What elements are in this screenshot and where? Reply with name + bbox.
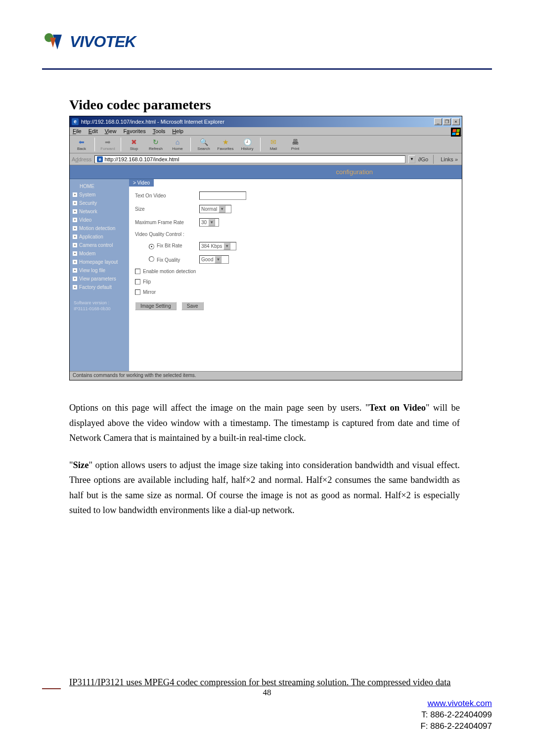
menu-favorites[interactable]: Favorites: [123, 128, 145, 134]
checkbox-icon: [135, 269, 140, 274]
sidebar-home[interactable]: HOME: [72, 182, 127, 190]
text-on-video-label: Text On Video: [135, 193, 199, 198]
flip-check[interactable]: Flip: [135, 279, 456, 284]
titlebar: e http://192.168.0.107/index.html - Micr…: [70, 116, 462, 127]
max-frame-label: Maximum Frame Rate: [135, 220, 199, 225]
print-button[interactable]: 🖶Print: [285, 137, 305, 152]
addressbar: Address e http://192.168.0.107/index.htm…: [70, 153, 462, 165]
fix-bitrate-select[interactable]: 384 Kbps▼: [199, 242, 236, 250]
minimize-button[interactable]: _: [434, 118, 442, 125]
favorites-button[interactable]: ★Favorites: [216, 137, 235, 152]
chevron-down-icon: ▼: [223, 242, 230, 250]
expand-icon: +: [73, 251, 77, 256]
radio-icon: [149, 256, 154, 262]
checkbox-icon: [135, 279, 140, 284]
links-button[interactable]: Links »: [439, 156, 460, 162]
fix-bitrate-option[interactable]: Fix Bit Rate: [135, 243, 199, 249]
refresh-button[interactable]: ↻Refresh: [146, 137, 166, 152]
back-button[interactable]: ⬅Back: [72, 137, 91, 152]
expand-icon: +: [73, 277, 77, 281]
sidebar-item-motion[interactable]: +Motion detection: [72, 224, 127, 233]
menubar: File Edit View Favorites Tools Help: [70, 127, 462, 136]
image-setting-button[interactable]: Image Setting: [135, 302, 177, 310]
history-button[interactable]: 🕘History: [237, 137, 257, 152]
toolbar: ⬅Back ➡Forward ✖Stop ↻Refresh ⌂Home 🔍Sea…: [70, 136, 462, 153]
footer-continuation: IP3111/IP3121 uses MPEG4 codec compressi…: [69, 677, 492, 688]
config-main: > Video Text On Video Size Normal▼ Maxim…: [129, 179, 462, 371]
search-button[interactable]: 🔍Search: [194, 137, 214, 152]
expand-icon: +: [73, 235, 77, 239]
address-dropdown-icon[interactable]: ▼: [408, 155, 415, 163]
sidebar-item-security[interactable]: +Security: [72, 199, 127, 207]
menu-view[interactable]: View: [105, 128, 117, 134]
maximize-button[interactable]: ❐: [443, 118, 451, 125]
expand-icon: +: [73, 268, 77, 273]
radio-icon: [149, 244, 154, 249]
sidebar-item-modem[interactable]: +Modem: [72, 249, 127, 258]
mail-button[interactable]: ✉Mail: [264, 137, 283, 152]
vqc-label: Video Quality Control :: [135, 232, 184, 237]
stop-button[interactable]: ✖Stop: [124, 137, 144, 152]
sidebar-item-video[interactable]: +Video: [72, 216, 127, 224]
sidebar-item-homepage[interactable]: +Homepage layout: [72, 258, 127, 266]
sidebar-item-factory[interactable]: +Factory default: [72, 283, 127, 291]
sidebar-item-viewlog[interactable]: +View log file: [72, 266, 127, 275]
breadcrumb: > Video: [129, 179, 154, 187]
browser-window: e http://192.168.0.107/index.html - Micr…: [69, 116, 462, 380]
text-on-video-input[interactable]: [199, 191, 246, 200]
enable-motion-check[interactable]: Enable motion detection: [135, 269, 456, 274]
software-version: Software version : IP3111-0168-0b30: [72, 300, 127, 312]
sidebar-item-network[interactable]: +Network: [72, 207, 127, 216]
fax: F: 886-2-22404097: [420, 721, 492, 731]
expand-icon: +: [73, 218, 77, 222]
menu-help[interactable]: Help: [172, 128, 183, 134]
menu-file[interactable]: File: [73, 128, 82, 134]
sidebar-item-system[interactable]: +System: [72, 190, 127, 199]
chevron-down-icon: ▼: [208, 219, 215, 226]
page-number: 48: [0, 688, 534, 698]
address-label: Address: [72, 156, 91, 162]
section-title: Video codec parameters: [69, 97, 492, 113]
sidebar-item-viewparams[interactable]: +View parameters: [72, 275, 127, 283]
size-label: Size: [135, 206, 199, 212]
logo: VIVOTEK: [42, 30, 492, 53]
forward-button[interactable]: ➡Forward: [98, 137, 118, 152]
max-frame-select[interactable]: 30▼: [199, 218, 219, 227]
logo-icon: [42, 30, 66, 53]
chevron-down-icon: ▼: [219, 205, 225, 213]
fix-quality-option[interactable]: Fix Quality: [135, 256, 199, 263]
sidebar: HOME +System +Security +Network +Video +…: [70, 179, 129, 371]
website-link[interactable]: www.vivotek.com: [428, 699, 492, 708]
fix-quality-select[interactable]: Good▼: [199, 255, 229, 264]
window-controls: _ ❐ ×: [434, 118, 460, 125]
expand-icon: +: [73, 201, 77, 205]
ms-flag-icon: [451, 128, 461, 137]
telephone: T: 886-2-22404099: [421, 710, 492, 719]
body-text: Options on this page will affect the ima…: [69, 400, 460, 518]
size-select[interactable]: Normal▼: [199, 205, 231, 213]
statusbar: Contains commands for working with the s…: [70, 371, 462, 380]
expand-icon: +: [73, 226, 77, 231]
menu-tools[interactable]: Tools: [153, 128, 166, 134]
expand-icon: +: [73, 209, 77, 214]
window-title: http://192.168.0.107/index.html - Micros…: [81, 119, 224, 125]
chevron-down-icon: ▼: [215, 256, 222, 263]
sidebar-item-camera[interactable]: +Camera control: [72, 241, 127, 249]
header-rule: [42, 68, 492, 70]
save-button[interactable]: Save: [181, 302, 204, 310]
address-input[interactable]: e http://192.168.0.107/index.html: [94, 155, 405, 163]
sidebar-item-application[interactable]: +Application: [72, 233, 127, 241]
expand-icon: +: [73, 192, 77, 197]
close-button[interactable]: ×: [452, 118, 460, 125]
expand-icon: +: [73, 285, 77, 289]
expand-icon: +: [73, 243, 77, 247]
ie-icon: e: [72, 118, 79, 125]
contact-block: www.vivotek.com T: 886-2-22404099 F: 886…: [420, 698, 492, 732]
menu-edit[interactable]: Edit: [89, 128, 98, 134]
home-button[interactable]: ⌂Home: [168, 137, 187, 152]
logo-text: VIVOTEK: [70, 33, 135, 51]
page-content: configuration HOME +System +Security +Ne…: [70, 165, 462, 371]
expand-icon: +: [73, 260, 77, 264]
go-button[interactable]: ∂Go: [418, 156, 428, 162]
mirror-check[interactable]: Mirror: [135, 289, 456, 295]
